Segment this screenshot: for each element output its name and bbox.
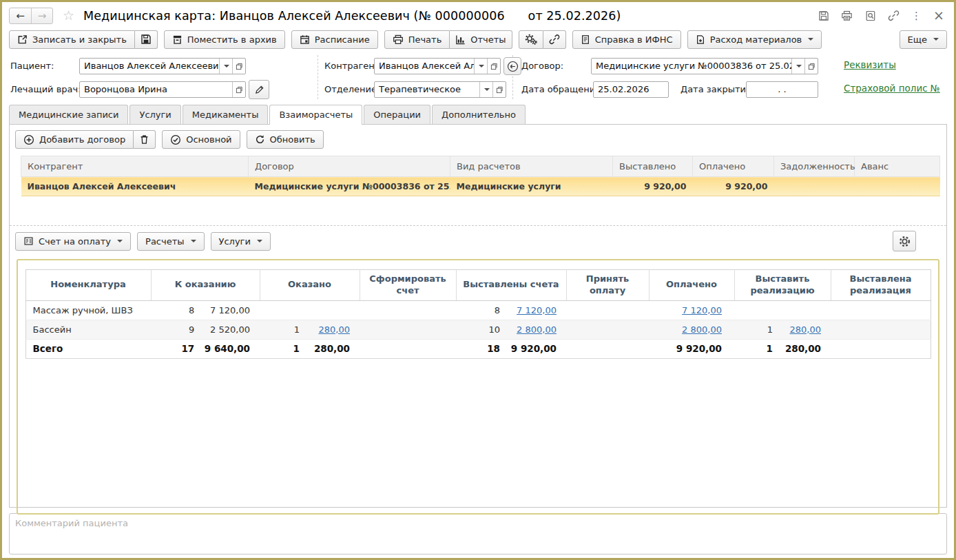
accept-payment-cell[interactable]: [566, 320, 649, 339]
archive-button[interactable]: Поместить в архив: [164, 30, 285, 49]
tab-settlements[interactable]: Взаиморасчеты: [269, 105, 362, 124]
doctor-field[interactable]: Воронцова Ирина: [79, 81, 246, 98]
service-row-massage[interactable]: Массаж ручной, ШВЗ 87 120,00 87 120,00 7…: [25, 300, 931, 320]
tab-operations[interactable]: Операции: [364, 105, 430, 124]
department-field[interactable]: Терапевтическое: [374, 81, 506, 98]
ifns-reference-button[interactable]: Справка в ИФНС: [572, 30, 681, 49]
invoiced-sum-link[interactable]: 2 800,00: [517, 324, 557, 335]
services-menu-button[interactable]: Услуги: [211, 232, 271, 251]
save-button[interactable]: [135, 30, 158, 49]
edit-doctor-button[interactable]: [249, 80, 269, 99]
cell-billed[interactable]: 9 920,00: [613, 177, 693, 196]
insurance-policy-link[interactable]: Страховой полис №: [844, 83, 940, 94]
back-button[interactable]: ←: [10, 8, 31, 23]
close-icon[interactable]: ×: [933, 9, 944, 22]
tab-additional[interactable]: Дополнительно: [432, 105, 526, 124]
print-icon[interactable]: [841, 10, 853, 21]
tab-medications[interactable]: Медикаменты: [183, 105, 269, 124]
calculations-button[interactable]: Расчеты: [137, 232, 204, 251]
cell-debt[interactable]: [774, 177, 855, 196]
realized-cell[interactable]: [831, 320, 931, 339]
patient-field[interactable]: Иванцов Алексей Алексеевич: [79, 58, 246, 74]
contract-field[interactable]: Медицинские услуги №00003836 от 25.02.20…: [591, 58, 818, 74]
patient-open-button[interactable]: [232, 59, 245, 74]
tab-services[interactable]: Услуги: [129, 105, 180, 124]
invoice-button[interactable]: Счет на оплату: [15, 232, 131, 251]
reports-button[interactable]: Отчеты: [450, 30, 512, 49]
patient-comment-input[interactable]: [9, 513, 947, 554]
form-invoice-cell[interactable]: [360, 320, 456, 339]
paid-sum-link[interactable]: 2 800,00: [682, 324, 722, 335]
col-settlement-type[interactable]: Вид расчетов: [450, 156, 613, 177]
sync-counterparty-button[interactable]: [503, 57, 521, 75]
close-date-field[interactable]: . .: [746, 81, 818, 98]
cell-settlement-type[interactable]: Медицинские услуги: [450, 177, 613, 196]
favorite-star-icon[interactable]: ☆: [63, 9, 74, 22]
refresh-button[interactable]: Обновить: [247, 130, 324, 149]
counterparty-open-button[interactable]: [487, 59, 500, 74]
col-provided[interactable]: Оказано: [260, 270, 360, 301]
col-to-realize[interactable]: Выставить реализацию: [734, 270, 831, 301]
main-contract-button[interactable]: Основной: [162, 130, 240, 149]
save-and-close-button[interactable]: Записать и закрыть: [9, 30, 135, 49]
counterparty-dropdown-button[interactable]: [474, 59, 487, 74]
trash-icon: [139, 134, 149, 145]
to-realize-sum-link[interactable]: 280,00: [790, 324, 822, 335]
cell-name[interactable]: Массаж ручной, ШВЗ: [25, 300, 151, 320]
delete-contract-button[interactable]: [134, 130, 156, 149]
patient-dropdown-button[interactable]: [219, 59, 232, 74]
department-dropdown-button[interactable]: [479, 82, 492, 97]
col-to-provide[interactable]: К оказанию: [151, 270, 260, 301]
col-counterparty[interactable]: Контрагент: [21, 156, 249, 177]
materials-expense-button[interactable]: Расход материалов: [687, 30, 822, 49]
col-paid[interactable]: Оплачено: [649, 270, 734, 301]
col-form-invoice[interactable]: Сформировать счет: [360, 270, 456, 301]
col-contract[interactable]: Договор: [249, 156, 450, 177]
department-open-button[interactable]: [492, 82, 506, 97]
realized-cell[interactable]: [831, 300, 931, 320]
col-nomenclature[interactable]: Номенклатура: [25, 270, 151, 301]
schedule-button[interactable]: Расписание: [291, 30, 378, 49]
col-debt[interactable]: Задолженность: [774, 156, 855, 177]
link-icon[interactable]: [888, 10, 900, 21]
add-contract-button[interactable]: Добавить договор: [15, 130, 134, 149]
cell-contract[interactable]: Медицинские услуги №00003836 от 25.02.20…: [249, 177, 450, 196]
attach-link-button[interactable]: [543, 30, 566, 49]
counterparty-field[interactable]: Иванцов Алексей Алексеевич: [374, 58, 501, 74]
forward-button[interactable]: →: [31, 8, 52, 23]
col-advance[interactable]: Аванс: [855, 156, 940, 177]
provided-sum-link[interactable]: 280,00: [319, 324, 351, 335]
cell-counterparty[interactable]: Иванцов Алексей Алексеевич: [21, 177, 249, 196]
requisites-link[interactable]: Реквизиты: [844, 59, 896, 70]
settlements-row-selected[interactable]: Иванцов Алексей Алексеевич Медицинские у…: [21, 177, 940, 196]
cell-advance[interactable]: [855, 177, 940, 196]
contract-open-button[interactable]: [804, 59, 818, 74]
service-row-pool[interactable]: Бассейн 92 520,00 1280,00 102 800,00 2 8…: [25, 320, 931, 339]
col-invoiced[interactable]: Выставлены счета: [456, 270, 566, 301]
visit-date-field[interactable]: 25.02.2026: [593, 81, 669, 98]
more-menu-icon[interactable]: ⋮: [911, 10, 922, 22]
cell-paid[interactable]: 9 920,00: [693, 177, 774, 196]
paid-sum-link[interactable]: 7 120,00: [682, 305, 722, 315]
total-invoiced-qty: 18: [456, 343, 500, 354]
settings-gears-button[interactable]: [519, 30, 543, 49]
accept-payment-cell[interactable]: [566, 300, 649, 320]
save-icon[interactable]: [818, 10, 829, 21]
more-button[interactable]: Еще: [900, 30, 947, 49]
col-paid[interactable]: Оплачено: [693, 156, 774, 177]
tab-medical-records[interactable]: Медицинские записи: [9, 105, 128, 124]
invoiced-sum-link[interactable]: 7 120,00: [517, 305, 557, 315]
preview-icon[interactable]: [864, 10, 876, 21]
doctor-open-button[interactable]: [232, 82, 245, 97]
document-plus-icon: [696, 34, 705, 45]
plus-circle-icon: [23, 134, 34, 145]
col-billed[interactable]: Выставлено: [613, 156, 693, 177]
col-realized[interactable]: Выставлена реализация: [831, 270, 931, 301]
col-accept-payment[interactable]: Принять оплату: [566, 270, 649, 301]
table-settings-button[interactable]: [893, 231, 916, 251]
cell-name[interactable]: Бассейн: [25, 320, 151, 339]
form-invoice-cell[interactable]: [360, 300, 456, 320]
print-button[interactable]: Печать: [384, 30, 450, 49]
contract-label: Договор:: [521, 58, 563, 74]
contract-dropdown-button[interactable]: [791, 59, 804, 74]
